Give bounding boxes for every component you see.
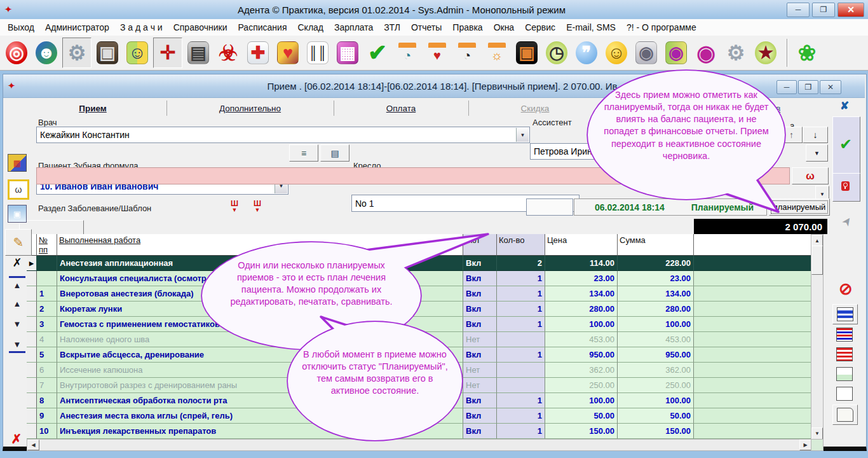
books-icon[interactable]: ▤ (184, 38, 212, 67)
patients-icon[interactable]: ♥ (274, 38, 302, 67)
tooth-save-icon[interactable]: ω (8, 179, 29, 200)
doc-red-lines-icon[interactable] (834, 326, 855, 344)
confirm-icon[interactable]: ✔ (363, 38, 391, 67)
header-qty[interactable]: Кол-во (497, 234, 545, 256)
users-icon[interactable]: ☻ (32, 38, 60, 67)
menu-item[interactable]: Расписания (238, 22, 287, 32)
header-price[interactable]: Цена (545, 234, 618, 256)
menu-item[interactable]: З а д а ч и (120, 22, 163, 32)
alarm-icon[interactable]: ◷ (543, 38, 571, 67)
move-down-icon[interactable]: ▼ (9, 317, 25, 331)
tab-oplata[interactable]: Оплата (334, 101, 469, 116)
doc-ep-icon[interactable] (834, 345, 855, 363)
tab-dopolnitelno[interactable]: Дополнительно (166, 101, 334, 116)
planned-toggle-button[interactable]: планируемый (769, 198, 830, 216)
calendar-heart-icon[interactable]: ♥ (423, 38, 451, 67)
chat-icon[interactable]: ❞ (573, 38, 600, 67)
medcard-icon[interactable]: ✛ (153, 38, 182, 68)
close-blue-x-icon[interactable]: ✘ (835, 99, 854, 113)
table-hscrollbar[interactable]: ◀ ▶ (27, 439, 812, 451)
menu-item[interactable]: Выход (8, 22, 34, 32)
header-sum[interactable]: Сумма (618, 234, 694, 256)
power-icon[interactable]: ◎ (3, 38, 31, 67)
patient-list-button[interactable]: ≡ (289, 144, 318, 162)
table-row[interactable]: ▶Анестезия аппликационнаяВкл2114.00228.0… (27, 256, 811, 271)
doctor-combo[interactable]: Кежайкин Константин ▼ (36, 127, 530, 143)
finder-icon[interactable]: ☺ (123, 38, 151, 67)
table-row[interactable]: 4Наложение одного шваНет453.00453.00 (27, 332, 811, 347)
icq-flower-icon[interactable]: ❀ (793, 38, 821, 67)
video-archive-icon[interactable]: ▣ (93, 38, 121, 67)
cell-vkl[interactable]: Вкл (463, 408, 497, 424)
mdi-restore-button[interactable]: ❐ (798, 80, 818, 94)
edit-doc-icon[interactable]: ✎ (5, 229, 32, 256)
page-icon[interactable] (832, 405, 858, 425)
plan-grid-icon[interactable]: ▦ (334, 38, 362, 67)
cell-vkl[interactable]: Вкл (463, 286, 497, 302)
menu-item[interactable]: E-mail, SMS (566, 22, 616, 32)
header-vkl[interactable]: Вкл (463, 234, 497, 256)
review-book-icon[interactable]: ◉ (662, 38, 690, 67)
table-row[interactable]: 10Инъекция лекарственных препаратовВкл11… (27, 424, 811, 439)
tooth-formula-bar[interactable] (36, 167, 790, 184)
alarm-star-icon[interactable]: ★ (752, 38, 780, 67)
chevron-down-icon[interactable]: ▼ (806, 144, 828, 162)
template-save-icon[interactable]: Ш▼ (252, 200, 263, 213)
chevron-down-icon[interactable]: ▼ (516, 128, 529, 142)
down-arrow-button[interactable]: ↓ (803, 127, 828, 143)
menu-item[interactable]: Администратор (45, 22, 109, 32)
menu-item[interactable]: ?! - О программе (627, 22, 696, 32)
doc-blank-icon[interactable] (834, 385, 855, 403)
move-top-icon[interactable]: ▲ (9, 276, 25, 292)
table-row[interactable]: 2Кюретаж лункиВкл1280.00280.00 (27, 302, 811, 317)
menu-item[interactable]: Отчеты (411, 22, 442, 32)
move-bottom-icon[interactable]: ▼ (9, 337, 25, 353)
cell-vkl[interactable]: Нет (463, 332, 497, 347)
lock-icon[interactable] (841, 181, 850, 191)
wow-face-icon[interactable]: ☺ (602, 38, 630, 67)
table-vscrollbar[interactable]: ▲ ▼ (811, 234, 824, 440)
cell-vkl[interactable]: Нет (463, 363, 497, 378)
up-arrow-button[interactable]: ↑ (780, 127, 803, 143)
menu-item[interactable]: ЗТЛ (384, 22, 400, 32)
tab-skidka[interactable]: Скидка (468, 101, 602, 116)
cell-vkl[interactable]: Вкл (463, 256, 497, 271)
menu-item[interactable]: Правка (452, 22, 482, 32)
calendar-sun-icon[interactable]: ☼ (483, 38, 511, 67)
tools-icon[interactable]: ⚙ (62, 38, 92, 68)
table-row[interactable]: 3Гемостаз с применением гемостатиковВкл1… (27, 317, 811, 332)
patient-card-button[interactable]: ▤ (320, 144, 349, 162)
header-work[interactable]: Выполненная работа (57, 234, 463, 256)
cancel-x-icon[interactable]: ✗ (8, 431, 25, 447)
table-row[interactable]: Консультация специалиста (осмотр, консул… (27, 271, 811, 286)
menu-item[interactable]: Справочники (173, 22, 227, 32)
tab-priem[interactable]: Прием (19, 101, 167, 116)
cell-vkl[interactable]: Нет (463, 378, 497, 393)
move-up-icon[interactable]: ▲ (9, 296, 25, 310)
user-config-icon[interactable]: ⚙ (722, 38, 750, 67)
doc-lines-icon[interactable] (832, 304, 858, 324)
cell-vkl[interactable]: Вкл (463, 347, 497, 363)
mdi-close-button[interactable]: ✕ (820, 80, 841, 94)
restore-button[interactable]: ❐ (812, 3, 835, 17)
calendar-sync-icon[interactable]: ◔ (393, 38, 421, 67)
header-num[interactable]: № пп (37, 234, 57, 256)
delete-x-icon[interactable]: ✗ (9, 256, 25, 270)
camera-icon[interactable]: ◉ (632, 38, 660, 67)
calendar-clock-icon[interactable]: ◔ (453, 38, 481, 67)
apply-check-icon[interactable]: ✔ (836, 135, 855, 154)
cell-vkl[interactable]: Вкл (463, 393, 497, 408)
cell-vkl[interactable]: Вкл (463, 271, 497, 286)
mdi-minimize-button[interactable]: ─ (776, 80, 797, 94)
eye-icon[interactable]: ◉ (692, 38, 720, 67)
cell-vkl[interactable]: Вкл (463, 302, 497, 317)
biohazard-icon[interactable]: ☣ (214, 38, 242, 67)
firstaid-icon[interactable]: ✚ (244, 38, 272, 67)
window-sky-icon[interactable]: ▣ (8, 205, 27, 223)
vscroll-thumb[interactable] (811, 246, 823, 275)
menu-item[interactable]: Зарплата (334, 22, 373, 32)
scroll-right-icon[interactable]: ▶ (799, 440, 811, 450)
menu-item[interactable]: Сервис (525, 22, 555, 32)
palette-icon[interactable]: ▦ (8, 154, 27, 172)
template-apply-icon[interactable]: Ш▼ (229, 200, 240, 213)
